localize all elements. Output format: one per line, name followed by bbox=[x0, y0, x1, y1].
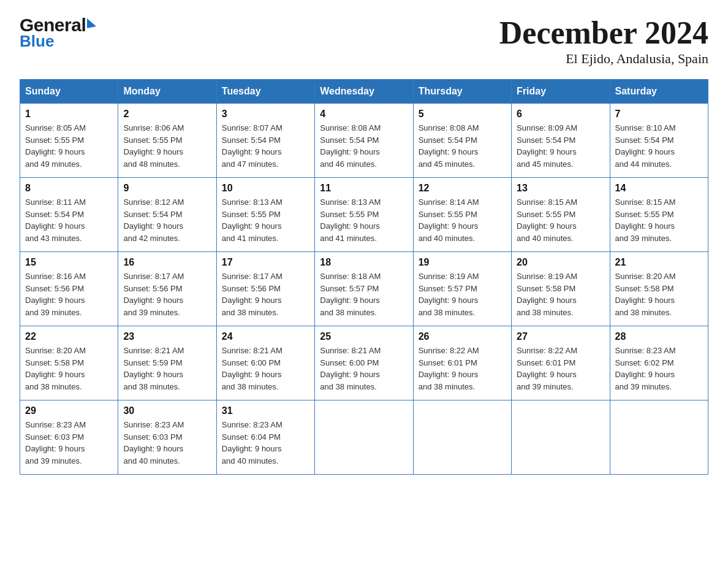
day-info: Sunrise: 8:15 AMSunset: 5:55 PMDaylight:… bbox=[517, 196, 604, 244]
calendar-cell: 21Sunrise: 8:20 AMSunset: 5:58 PMDayligh… bbox=[610, 252, 708, 326]
day-info: Sunrise: 8:16 AMSunset: 5:56 PMDaylight:… bbox=[25, 270, 113, 318]
calendar-cell: 28Sunrise: 8:23 AMSunset: 6:02 PMDayligh… bbox=[610, 326, 708, 400]
calendar-cell: 17Sunrise: 8:17 AMSunset: 5:56 PMDayligh… bbox=[216, 252, 314, 326]
day-number: 30 bbox=[123, 405, 211, 416]
calendar-cell: 24Sunrise: 8:21 AMSunset: 6:00 PMDayligh… bbox=[216, 326, 314, 400]
day-number: 21 bbox=[615, 257, 703, 268]
day-number: 4 bbox=[320, 109, 408, 120]
day-number: 16 bbox=[123, 257, 211, 268]
day-number: 18 bbox=[320, 257, 408, 268]
calendar-cell: 27Sunrise: 8:22 AMSunset: 6:01 PMDayligh… bbox=[512, 326, 610, 400]
day-number: 26 bbox=[419, 331, 506, 342]
day-info: Sunrise: 8:19 AMSunset: 5:57 PMDaylight:… bbox=[419, 270, 506, 318]
day-number: 22 bbox=[25, 331, 113, 342]
day-info: Sunrise: 8:17 AMSunset: 5:56 PMDaylight:… bbox=[222, 270, 309, 318]
calendar-week-3: 15Sunrise: 8:16 AMSunset: 5:56 PMDayligh… bbox=[20, 252, 708, 326]
header-sunday: Sunday bbox=[20, 80, 118, 104]
day-info: Sunrise: 8:06 AMSunset: 5:55 PMDaylight:… bbox=[123, 122, 211, 170]
calendar-cell: 14Sunrise: 8:15 AMSunset: 5:55 PMDayligh… bbox=[610, 178, 708, 252]
calendar-cell: 4Sunrise: 8:08 AMSunset: 5:54 PMDaylight… bbox=[315, 104, 413, 178]
day-info: Sunrise: 8:22 AMSunset: 6:01 PMDaylight:… bbox=[517, 345, 604, 393]
calendar-cell: 15Sunrise: 8:16 AMSunset: 5:56 PMDayligh… bbox=[20, 252, 118, 326]
day-number: 6 bbox=[517, 109, 604, 120]
header-friday: Friday bbox=[512, 80, 610, 104]
calendar-cell: 13Sunrise: 8:15 AMSunset: 5:55 PMDayligh… bbox=[512, 178, 610, 252]
day-number: 11 bbox=[320, 183, 408, 194]
day-number: 15 bbox=[25, 257, 113, 268]
day-number: 8 bbox=[25, 183, 113, 194]
calendar-cell: 1Sunrise: 8:05 AMSunset: 5:55 PMDaylight… bbox=[20, 104, 118, 178]
day-info: Sunrise: 8:23 AMSunset: 6:03 PMDaylight:… bbox=[123, 419, 211, 467]
day-info: Sunrise: 8:21 AMSunset: 6:00 PMDaylight:… bbox=[320, 345, 408, 393]
calendar-cell: 2Sunrise: 8:06 AMSunset: 5:55 PMDaylight… bbox=[118, 104, 216, 178]
day-number: 29 bbox=[25, 405, 113, 416]
calendar-cell: 5Sunrise: 8:08 AMSunset: 5:54 PMDaylight… bbox=[413, 104, 511, 178]
calendar-cell bbox=[512, 400, 610, 475]
calendar-week-1: 1Sunrise: 8:05 AMSunset: 5:55 PMDaylight… bbox=[20, 104, 708, 178]
calendar-cell: 23Sunrise: 8:21 AMSunset: 5:59 PMDayligh… bbox=[118, 326, 216, 400]
day-number: 24 bbox=[222, 331, 309, 342]
day-number: 14 bbox=[615, 183, 703, 194]
calendar-cell bbox=[610, 400, 708, 475]
day-number: 12 bbox=[419, 183, 506, 194]
day-number: 25 bbox=[320, 331, 408, 342]
calendar-week-4: 22Sunrise: 8:20 AMSunset: 5:58 PMDayligh… bbox=[20, 326, 708, 400]
calendar-week-2: 8Sunrise: 8:11 AMSunset: 5:54 PMDaylight… bbox=[20, 178, 708, 252]
day-number: 3 bbox=[222, 109, 309, 120]
day-number: 1 bbox=[25, 109, 113, 120]
calendar-cell: 26Sunrise: 8:22 AMSunset: 6:01 PMDayligh… bbox=[413, 326, 511, 400]
day-info: Sunrise: 8:12 AMSunset: 5:54 PMDaylight:… bbox=[123, 196, 211, 244]
logo: General Blue bbox=[20, 15, 96, 51]
day-info: Sunrise: 8:07 AMSunset: 5:54 PMDaylight:… bbox=[222, 122, 309, 170]
day-number: 13 bbox=[517, 183, 604, 194]
header-tuesday: Tuesday bbox=[216, 80, 314, 104]
day-info: Sunrise: 8:09 AMSunset: 5:54 PMDaylight:… bbox=[517, 122, 604, 170]
day-info: Sunrise: 8:21 AMSunset: 6:00 PMDaylight:… bbox=[222, 345, 309, 393]
day-info: Sunrise: 8:15 AMSunset: 5:55 PMDaylight:… bbox=[615, 196, 703, 244]
header-monday: Monday bbox=[118, 80, 216, 104]
calendar-cell: 12Sunrise: 8:14 AMSunset: 5:55 PMDayligh… bbox=[413, 178, 511, 252]
day-number: 7 bbox=[615, 109, 703, 120]
calendar-cell: 20Sunrise: 8:19 AMSunset: 5:58 PMDayligh… bbox=[512, 252, 610, 326]
day-info: Sunrise: 8:18 AMSunset: 5:57 PMDaylight:… bbox=[320, 270, 408, 318]
calendar-cell: 18Sunrise: 8:18 AMSunset: 5:57 PMDayligh… bbox=[315, 252, 413, 326]
calendar-cell: 22Sunrise: 8:20 AMSunset: 5:58 PMDayligh… bbox=[20, 326, 118, 400]
day-number: 19 bbox=[419, 257, 506, 268]
calendar-cell: 9Sunrise: 8:12 AMSunset: 5:54 PMDaylight… bbox=[118, 178, 216, 252]
calendar-cell: 30Sunrise: 8:23 AMSunset: 6:03 PMDayligh… bbox=[118, 400, 216, 475]
calendar-cell: 25Sunrise: 8:21 AMSunset: 6:00 PMDayligh… bbox=[315, 326, 413, 400]
day-info: Sunrise: 8:23 AMSunset: 6:03 PMDaylight:… bbox=[25, 419, 113, 467]
day-number: 17 bbox=[222, 257, 309, 268]
calendar-cell: 11Sunrise: 8:13 AMSunset: 5:55 PMDayligh… bbox=[315, 178, 413, 252]
day-number: 28 bbox=[615, 331, 703, 342]
calendar-location: El Ejido, Andalusia, Spain bbox=[499, 51, 708, 67]
day-info: Sunrise: 8:17 AMSunset: 5:56 PMDaylight:… bbox=[123, 270, 211, 318]
calendar-cell bbox=[413, 400, 511, 475]
calendar-cell: 7Sunrise: 8:10 AMSunset: 5:54 PMDaylight… bbox=[610, 104, 708, 178]
header-thursday: Thursday bbox=[413, 80, 511, 104]
calendar-cell: 29Sunrise: 8:23 AMSunset: 6:03 PMDayligh… bbox=[20, 400, 118, 475]
calendar-cell: 6Sunrise: 8:09 AMSunset: 5:54 PMDaylight… bbox=[512, 104, 610, 178]
day-info: Sunrise: 8:14 AMSunset: 5:55 PMDaylight:… bbox=[419, 196, 506, 244]
header-wednesday: Wednesday bbox=[315, 80, 413, 104]
day-number: 31 bbox=[222, 405, 309, 416]
header-saturday: Saturday bbox=[610, 80, 708, 104]
calendar-week-5: 29Sunrise: 8:23 AMSunset: 6:03 PMDayligh… bbox=[20, 400, 708, 475]
day-info: Sunrise: 8:13 AMSunset: 5:55 PMDaylight:… bbox=[320, 196, 408, 244]
day-info: Sunrise: 8:08 AMSunset: 5:54 PMDaylight:… bbox=[320, 122, 408, 170]
day-info: Sunrise: 8:20 AMSunset: 5:58 PMDaylight:… bbox=[25, 345, 113, 393]
day-info: Sunrise: 8:23 AMSunset: 6:04 PMDaylight:… bbox=[222, 419, 309, 467]
logo-arrow-icon bbox=[87, 18, 96, 28]
day-number: 2 bbox=[123, 109, 211, 120]
calendar-title-block: December 2024 El Ejido, Andalusia, Spain bbox=[499, 15, 708, 67]
day-info: Sunrise: 8:08 AMSunset: 5:54 PMDaylight:… bbox=[419, 122, 506, 170]
calendar-header-row: Sunday Monday Tuesday Wednesday Thursday… bbox=[20, 80, 708, 104]
day-number: 5 bbox=[419, 109, 506, 120]
day-info: Sunrise: 8:23 AMSunset: 6:02 PMDaylight:… bbox=[615, 345, 703, 393]
day-number: 27 bbox=[517, 331, 604, 342]
day-info: Sunrise: 8:11 AMSunset: 5:54 PMDaylight:… bbox=[25, 196, 113, 244]
calendar-cell: 31Sunrise: 8:23 AMSunset: 6:04 PMDayligh… bbox=[216, 400, 314, 475]
calendar-cell: 19Sunrise: 8:19 AMSunset: 5:57 PMDayligh… bbox=[413, 252, 511, 326]
calendar-table: Sunday Monday Tuesday Wednesday Thursday… bbox=[20, 79, 708, 475]
day-number: 20 bbox=[517, 257, 604, 268]
